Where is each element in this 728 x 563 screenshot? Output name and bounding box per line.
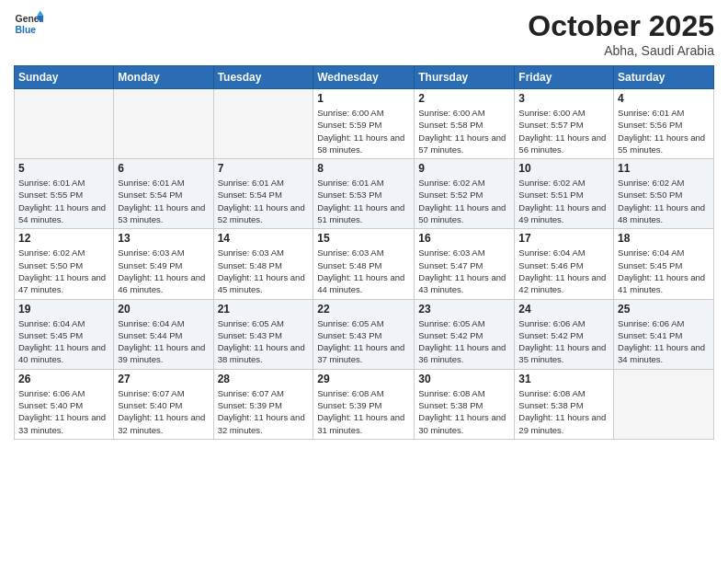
day-number: 17: [518, 232, 609, 245]
day-info: Sunrise: 6:06 AMSunset: 5:42 PMDaylight:…: [518, 317, 609, 366]
day-number: 23: [418, 303, 510, 316]
table-row: 2Sunrise: 6:00 AMSunset: 5:58 PMDaylight…: [415, 89, 515, 159]
table-row: 25Sunrise: 6:06 AMSunset: 5:41 PMDayligh…: [614, 299, 714, 369]
day-number: 18: [618, 232, 710, 245]
calendar-week-row: 19Sunrise: 6:04 AMSunset: 5:45 PMDayligh…: [15, 299, 714, 369]
table-row: 8Sunrise: 6:01 AMSunset: 5:53 PMDaylight…: [313, 159, 415, 229]
table-row: 13Sunrise: 6:03 AMSunset: 5:49 PMDayligh…: [114, 229, 213, 299]
calendar-week-row: 26Sunrise: 6:06 AMSunset: 5:40 PMDayligh…: [15, 369, 714, 439]
day-info: Sunrise: 6:06 AMSunset: 5:41 PMDaylight:…: [618, 317, 710, 366]
day-info: Sunrise: 6:04 AMSunset: 5:45 PMDaylight:…: [618, 247, 710, 295]
table-row: 10Sunrise: 6:02 AMSunset: 5:51 PMDayligh…: [515, 159, 614, 229]
day-number: 26: [18, 373, 109, 385]
table-row: 23Sunrise: 6:05 AMSunset: 5:42 PMDayligh…: [415, 299, 515, 369]
day-number: 7: [218, 162, 310, 175]
day-info: Sunrise: 6:01 AMSunset: 5:55 PMDaylight:…: [18, 177, 109, 225]
day-info: Sunrise: 6:03 AMSunset: 5:49 PMDaylight:…: [118, 247, 209, 295]
table-row: 27Sunrise: 6:07 AMSunset: 5:40 PMDayligh…: [114, 369, 213, 439]
table-row: 5Sunrise: 6:01 AMSunset: 5:55 PMDaylight…: [15, 159, 114, 229]
title-block: October 2025 Abha, Saudi Arabia: [528, 9, 714, 58]
day-number: 12: [18, 232, 109, 245]
table-row: 17Sunrise: 6:04 AMSunset: 5:46 PMDayligh…: [515, 229, 614, 299]
day-number: 15: [317, 232, 410, 245]
svg-text:Blue: Blue: [16, 25, 37, 35]
day-info: Sunrise: 6:04 AMSunset: 5:45 PMDaylight:…: [18, 317, 109, 366]
calendar-week-row: 1Sunrise: 6:00 AMSunset: 5:59 PMDaylight…: [15, 89, 714, 159]
table-row: 22Sunrise: 6:05 AMSunset: 5:43 PMDayligh…: [313, 299, 415, 369]
day-info: Sunrise: 6:08 AMSunset: 5:39 PMDaylight:…: [317, 387, 410, 436]
day-number: 25: [618, 303, 710, 316]
month-year: October 2025: [528, 9, 714, 43]
table-row: 12Sunrise: 6:02 AMSunset: 5:50 PMDayligh…: [15, 229, 114, 299]
table-row: 29Sunrise: 6:08 AMSunset: 5:39 PMDayligh…: [313, 369, 415, 439]
day-info: Sunrise: 6:08 AMSunset: 5:38 PMDaylight:…: [518, 387, 609, 436]
col-monday: Monday: [114, 66, 213, 89]
table-row: 26Sunrise: 6:06 AMSunset: 5:40 PMDayligh…: [15, 369, 114, 439]
day-number: 20: [118, 303, 209, 316]
table-row: 1Sunrise: 6:00 AMSunset: 5:59 PMDaylight…: [313, 89, 415, 159]
location: Abha, Saudi Arabia: [528, 43, 714, 58]
col-sunday: Sunday: [15, 66, 114, 89]
calendar-week-row: 5Sunrise: 6:01 AMSunset: 5:55 PMDaylight…: [15, 159, 714, 229]
day-number: 27: [118, 373, 209, 385]
day-info: Sunrise: 6:02 AMSunset: 5:52 PMDaylight:…: [418, 177, 510, 225]
day-number: 28: [218, 373, 310, 385]
day-info: Sunrise: 6:00 AMSunset: 5:59 PMDaylight:…: [317, 107, 410, 155]
svg-marker-3: [38, 11, 43, 16]
day-number: 5: [18, 162, 109, 175]
table-row: 11Sunrise: 6:02 AMSunset: 5:50 PMDayligh…: [614, 159, 714, 229]
day-info: Sunrise: 6:03 AMSunset: 5:47 PMDaylight:…: [418, 247, 510, 295]
day-info: Sunrise: 6:05 AMSunset: 5:42 PMDaylight:…: [418, 317, 510, 366]
day-info: Sunrise: 6:06 AMSunset: 5:40 PMDaylight:…: [18, 387, 109, 436]
table-row: 16Sunrise: 6:03 AMSunset: 5:47 PMDayligh…: [415, 229, 515, 299]
day-info: Sunrise: 6:07 AMSunset: 5:40 PMDaylight:…: [118, 387, 209, 436]
table-row: 24Sunrise: 6:06 AMSunset: 5:42 PMDayligh…: [515, 299, 614, 369]
table-row: 3Sunrise: 6:00 AMSunset: 5:57 PMDaylight…: [515, 89, 614, 159]
col-thursday: Thursday: [415, 66, 515, 89]
calendar-week-row: 12Sunrise: 6:02 AMSunset: 5:50 PMDayligh…: [15, 229, 714, 299]
day-number: 4: [618, 92, 710, 105]
table-row: 18Sunrise: 6:04 AMSunset: 5:45 PMDayligh…: [614, 229, 714, 299]
day-number: 9: [418, 162, 510, 175]
page: General Blue October 2025 Abha, Saudi Ar…: [0, 0, 728, 563]
calendar-table: Sunday Monday Tuesday Wednesday Thursday…: [14, 65, 714, 440]
day-info: Sunrise: 6:08 AMSunset: 5:38 PMDaylight:…: [418, 387, 510, 436]
day-info: Sunrise: 6:04 AMSunset: 5:44 PMDaylight:…: [118, 317, 209, 366]
table-row: 28Sunrise: 6:07 AMSunset: 5:39 PMDayligh…: [213, 369, 313, 439]
col-wednesday: Wednesday: [313, 66, 415, 89]
day-number: 22: [317, 303, 410, 316]
day-info: Sunrise: 6:00 AMSunset: 5:58 PMDaylight:…: [418, 107, 510, 155]
day-info: Sunrise: 6:05 AMSunset: 5:43 PMDaylight:…: [317, 317, 410, 366]
day-info: Sunrise: 6:01 AMSunset: 5:54 PMDaylight:…: [218, 177, 310, 225]
day-number: 24: [518, 303, 609, 316]
table-row: 21Sunrise: 6:05 AMSunset: 5:43 PMDayligh…: [213, 299, 313, 369]
day-number: 11: [618, 162, 710, 175]
day-info: Sunrise: 6:07 AMSunset: 5:39 PMDaylight:…: [218, 387, 310, 436]
day-number: 3: [518, 92, 609, 105]
table-row: 20Sunrise: 6:04 AMSunset: 5:44 PMDayligh…: [114, 299, 213, 369]
day-info: Sunrise: 6:02 AMSunset: 5:50 PMDaylight:…: [618, 177, 710, 225]
table-row: 9Sunrise: 6:02 AMSunset: 5:52 PMDaylight…: [415, 159, 515, 229]
col-friday: Friday: [515, 66, 614, 89]
day-info: Sunrise: 6:00 AMSunset: 5:57 PMDaylight:…: [518, 107, 609, 155]
day-info: Sunrise: 6:03 AMSunset: 5:48 PMDaylight:…: [218, 247, 310, 295]
table-row: 4Sunrise: 6:01 AMSunset: 5:56 PMDaylight…: [614, 89, 714, 159]
day-number: 16: [418, 232, 510, 245]
day-number: 2: [418, 92, 510, 105]
day-info: Sunrise: 6:03 AMSunset: 5:48 PMDaylight:…: [317, 247, 410, 295]
day-number: 29: [317, 373, 410, 385]
day-number: 30: [418, 373, 510, 385]
day-number: 8: [317, 162, 410, 175]
table-row: 30Sunrise: 6:08 AMSunset: 5:38 PMDayligh…: [415, 369, 515, 439]
table-row: 31Sunrise: 6:08 AMSunset: 5:38 PMDayligh…: [515, 369, 614, 439]
day-number: 19: [18, 303, 109, 316]
header: General Blue October 2025 Abha, Saudi Ar…: [14, 9, 714, 58]
day-number: 1: [317, 92, 410, 105]
logo-icon: General Blue: [14, 9, 43, 39]
col-tuesday: Tuesday: [213, 66, 313, 89]
day-info: Sunrise: 6:01 AMSunset: 5:56 PMDaylight:…: [618, 107, 710, 155]
table-row: [614, 369, 714, 439]
calendar-header-row: Sunday Monday Tuesday Wednesday Thursday…: [15, 66, 714, 89]
table-row: [114, 89, 213, 159]
table-row: 14Sunrise: 6:03 AMSunset: 5:48 PMDayligh…: [213, 229, 313, 299]
